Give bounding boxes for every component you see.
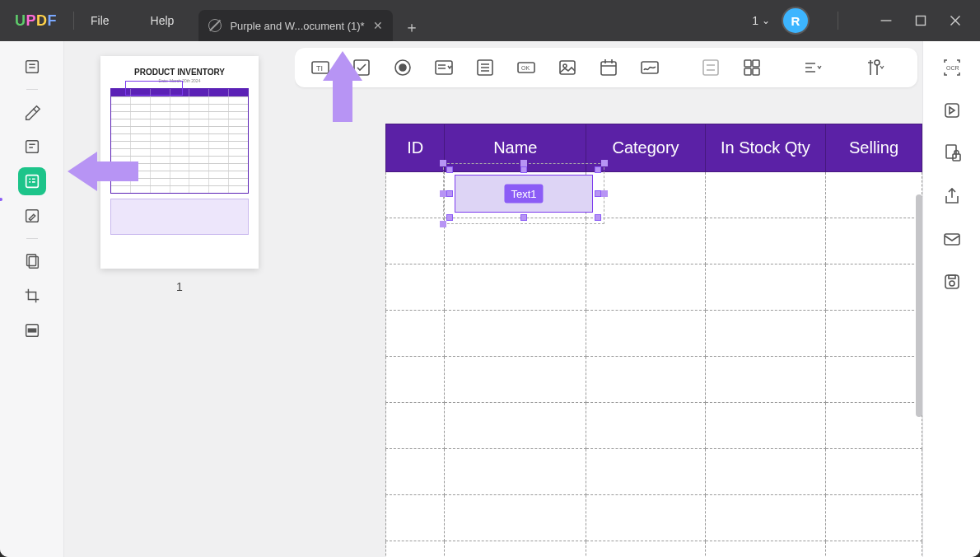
svg-rect-19 xyxy=(28,329,35,332)
edit-button[interactable] xyxy=(18,202,46,230)
crop-button[interactable] xyxy=(18,282,46,310)
signature-tool[interactable] xyxy=(639,56,660,79)
button-tool[interactable]: OK xyxy=(516,56,537,79)
page-view[interactable]: ID Name Category In Stock Qty Selling xyxy=(295,87,922,557)
resize-handle[interactable] xyxy=(601,190,608,197)
svg-point-35 xyxy=(563,64,567,68)
table-row xyxy=(386,449,922,495)
maximize-button[interactable] xyxy=(911,11,931,30)
resize-handle[interactable] xyxy=(520,160,527,166)
annotation-arrow-left-icon xyxy=(68,147,142,196)
svg-point-24 xyxy=(399,64,406,71)
svg-point-60 xyxy=(950,281,954,286)
date-field-tool[interactable] xyxy=(598,56,619,79)
left-rail xyxy=(0,41,64,557)
canvas-area: TI OK ID Name xyxy=(295,41,922,557)
view-switcher[interactable]: 1 ⌄ xyxy=(752,14,770,27)
page-organize-button[interactable] xyxy=(18,247,46,275)
svg-rect-7 xyxy=(26,141,38,153)
selected-form-field[interactable]: Text1 xyxy=(450,170,598,218)
save-button[interactable] xyxy=(940,270,964,293)
document-tab[interactable]: Purple and W...ocument (1)* ✕ xyxy=(198,10,392,41)
titlebar: UPDF File Help Purple and W...ocument (1… xyxy=(0,0,980,41)
image-field-tool[interactable] xyxy=(557,56,578,79)
minimize-button[interactable] xyxy=(876,11,896,30)
align-dropdown[interactable] xyxy=(802,56,824,79)
app-body: PRODUCT INVENTORY Date: March 20th 2024 xyxy=(0,41,980,557)
svg-text:OCR: OCR xyxy=(946,65,959,71)
protect-button[interactable] xyxy=(940,142,964,165)
col-selling: Selling xyxy=(826,124,922,172)
app-logo: UPDF xyxy=(15,12,57,30)
comment-button[interactable] xyxy=(18,133,46,161)
listbox-tool[interactable] xyxy=(474,56,496,79)
thumb-notes-area xyxy=(110,199,249,235)
radio-tool[interactable] xyxy=(392,56,413,79)
highlight-button[interactable] xyxy=(18,98,46,126)
resize-handle[interactable] xyxy=(446,166,453,173)
tab-strip: Purple and W...ocument (1)* ✕ ＋ xyxy=(198,0,425,41)
col-stock: In Stock Qty xyxy=(705,124,825,172)
menu-bar: File Help xyxy=(91,14,174,27)
separator xyxy=(26,89,38,90)
svg-rect-44 xyxy=(744,60,751,67)
chevron-down-icon: ⌄ xyxy=(762,15,770,26)
field-grid-button[interactable] xyxy=(741,56,763,79)
convert-button[interactable] xyxy=(940,99,964,122)
resize-handle[interactable] xyxy=(520,214,527,221)
reader-mode-button[interactable] xyxy=(18,53,46,81)
svg-rect-45 xyxy=(753,60,759,67)
user-avatar[interactable]: R xyxy=(783,8,808,33)
resize-handle[interactable] xyxy=(440,221,446,227)
resize-handle[interactable] xyxy=(595,190,601,197)
menu-file[interactable]: File xyxy=(91,14,110,27)
resize-handle[interactable] xyxy=(601,160,608,166)
svg-marker-62 xyxy=(68,152,138,191)
table-row xyxy=(386,218,922,264)
svg-marker-63 xyxy=(323,51,362,122)
vertical-scrollbar[interactable] xyxy=(916,194,922,417)
thumbnail-panel: PRODUCT INVENTORY Date: March 20th 2024 xyxy=(64,41,295,557)
separator xyxy=(838,12,838,30)
resize-handle[interactable] xyxy=(440,190,446,197)
email-button[interactable] xyxy=(940,227,964,250)
resize-handle[interactable] xyxy=(446,190,453,197)
resize-handle[interactable] xyxy=(440,160,446,166)
tab-doc-icon xyxy=(208,19,222,32)
share-button[interactable] xyxy=(940,185,964,208)
table-row xyxy=(386,495,922,541)
resize-handle[interactable] xyxy=(595,214,601,221)
thumb-doc-title: PRODUCT INVENTORY xyxy=(100,68,259,77)
svg-rect-41 xyxy=(703,60,718,75)
table-row xyxy=(386,357,922,403)
form-tools-dropdown[interactable] xyxy=(863,56,884,79)
svg-rect-10 xyxy=(26,176,38,188)
svg-rect-36 xyxy=(601,62,616,75)
right-rail: OCR xyxy=(922,41,980,557)
svg-point-51 xyxy=(875,60,880,65)
col-id: ID xyxy=(386,124,445,172)
field-name-label: Text1 xyxy=(504,185,543,204)
close-button[interactable] xyxy=(945,11,965,30)
form-mode-button[interactable] xyxy=(18,167,46,195)
svg-rect-55 xyxy=(945,104,959,117)
tab-close-icon[interactable]: ✕ xyxy=(373,19,383,32)
show-fields-button[interactable] xyxy=(700,56,721,79)
svg-rect-58 xyxy=(945,234,959,245)
redact-button[interactable] xyxy=(18,316,46,344)
resize-handle[interactable] xyxy=(595,166,601,173)
table-row xyxy=(386,541,922,558)
active-indicator xyxy=(0,198,2,201)
resize-handle[interactable] xyxy=(446,214,453,221)
form-toolbar: TI OK xyxy=(295,48,917,87)
dropdown-tool[interactable] xyxy=(433,56,455,79)
resize-handle[interactable] xyxy=(520,166,527,173)
document-page: ID Name Category In Stock Qty Selling xyxy=(385,104,922,557)
table-row xyxy=(386,311,922,357)
ocr-button[interactable]: OCR xyxy=(940,56,964,79)
new-tab-button[interactable]: ＋ xyxy=(398,13,426,41)
menu-help[interactable]: Help xyxy=(151,14,175,27)
annotation-arrow-up-icon xyxy=(318,51,367,125)
separator xyxy=(73,12,74,30)
svg-rect-1 xyxy=(917,16,926,26)
